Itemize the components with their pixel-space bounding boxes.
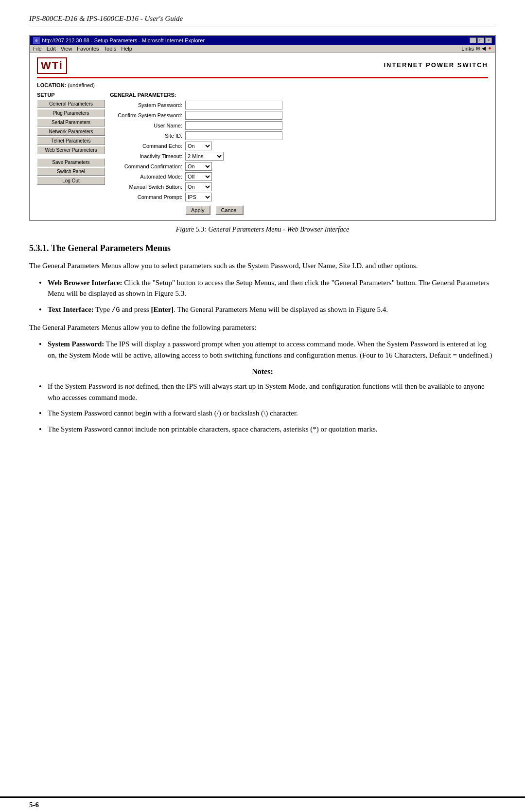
wti-header: WTi INTERNET POWER SWITCH bbox=[37, 57, 488, 78]
param-row-syspw: System Password: bbox=[110, 101, 488, 109]
browser-menu-items[interactable]: File Edit View Favorites Tools Help bbox=[33, 46, 132, 52]
sidebar-btn-network[interactable]: Network Parameters bbox=[37, 127, 105, 136]
note-3-text: The System Password cannot include non p… bbox=[48, 425, 378, 433]
define-text: The General Parameters Menus allow you t… bbox=[29, 322, 496, 333]
sidebar-btn-switch[interactable]: Switch Panel bbox=[37, 167, 105, 176]
sidebar-btn-plug[interactable]: Plug Parameters bbox=[37, 109, 105, 117]
section-heading: 5.3.1. The General Parameters Menus bbox=[29, 243, 496, 253]
page-header-text: IPS-800CE-D16 & IPS-1600CE-D16 - User's … bbox=[29, 15, 183, 22]
label-automode: Automated Mode: bbox=[110, 174, 185, 180]
label-username: User Name: bbox=[110, 123, 185, 128]
sidebar-btn-logout[interactable]: Log Out bbox=[37, 177, 105, 185]
input-syspw[interactable] bbox=[185, 101, 282, 109]
params-area: GENERAL PARAMETERS: System Password: Con… bbox=[110, 92, 488, 215]
list-item-syspw: System Password: The IPS will display a … bbox=[39, 339, 496, 361]
param-row-automode: Automated Mode: Off On bbox=[110, 172, 488, 181]
label-timeout: Inactivity Timeout: bbox=[110, 153, 185, 159]
browser-window: e http://207.212.30.88 - Setup Parameter… bbox=[29, 35, 496, 221]
select-automode[interactable]: Off On bbox=[185, 172, 212, 181]
define-text-syspw: The IPS will display a password prompt w… bbox=[48, 340, 492, 359]
note-item-2: The System Password cannot begin with a … bbox=[39, 408, 496, 419]
label-manualbtn: Manual Switch Button: bbox=[110, 184, 185, 190]
page-container: IPS-800CE-D16 & IPS-1600CE-D16 - User's … bbox=[0, 0, 525, 812]
nav-icon2: ✦ bbox=[488, 45, 492, 52]
browser-menubar: File Edit View Favorites Tools Help Link… bbox=[30, 45, 495, 53]
page-header: IPS-800CE-D16 & IPS-1600CE-D16 - User's … bbox=[29, 15, 496, 26]
cancel-button[interactable]: Cancel bbox=[215, 205, 244, 215]
location-label: LOCATION: bbox=[37, 82, 66, 88]
menu-view[interactable]: View bbox=[61, 46, 72, 52]
links-label: Links bbox=[461, 46, 474, 52]
form-buttons: Apply Cancel bbox=[110, 205, 488, 215]
wti-logo-text: WTi bbox=[41, 59, 63, 72]
sidebar: SETUP General Parameters Plug Parameters… bbox=[37, 92, 105, 215]
sidebar-btn-telnet[interactable]: Telnet Parameters bbox=[37, 137, 105, 145]
bullet-list-1: Web Browser Interface: Click the "Setup"… bbox=[29, 277, 496, 315]
sidebar-btn-serial[interactable]: Serial Parameters bbox=[37, 118, 105, 126]
input-username[interactable] bbox=[185, 121, 282, 130]
select-timeout[interactable]: 2 Mins 5 Mins 10 Mins No Timeout bbox=[185, 152, 224, 161]
param-row-cmdprompt: Command Prompt: IPS WTI bbox=[110, 193, 488, 201]
label-cmdecho: Command Echo: bbox=[110, 143, 185, 149]
section-number: 5.3.1. bbox=[29, 243, 49, 253]
nav-icon1: ◀ bbox=[482, 45, 486, 52]
browser-titlebar-controls[interactable]: _ □ × bbox=[470, 37, 492, 43]
select-cmdconfirm[interactable]: On Off bbox=[185, 162, 212, 171]
close-btn[interactable]: × bbox=[485, 37, 492, 43]
location-value: (undefined) bbox=[68, 82, 95, 88]
main-layout: SETUP General Parameters Plug Parameters… bbox=[37, 92, 488, 215]
param-row-timeout: Inactivity Timeout: 2 Mins 5 Mins 10 Min… bbox=[110, 152, 488, 161]
select-manualbtn[interactable]: On Off bbox=[185, 182, 212, 191]
ie-icon: e bbox=[33, 37, 40, 44]
section-title: The General Parameters Menus bbox=[51, 243, 171, 253]
browser-content: WTi INTERNET POWER SWITCH LOCATION: (und… bbox=[30, 53, 495, 220]
figure-caption: Figure 5.3: General Parameters Menu - We… bbox=[29, 226, 496, 234]
param-row-username: User Name: bbox=[110, 121, 488, 130]
location-line: LOCATION: (undefined) bbox=[37, 82, 488, 88]
intro-text: The General Parameters Menus allow you t… bbox=[29, 260, 496, 271]
apply-button[interactable]: Apply bbox=[185, 205, 210, 215]
sidebar-btn-save[interactable]: Save Parameters bbox=[37, 158, 105, 166]
note-2-text: The System Password cannot begin with a … bbox=[48, 409, 298, 417]
label-cmdconfirm: Command Confirmation: bbox=[110, 163, 185, 169]
param-row-siteid: Site ID: bbox=[110, 131, 488, 140]
params-title: GENERAL PARAMETERS: bbox=[110, 92, 488, 98]
wti-logo: WTi bbox=[37, 57, 67, 74]
bullet-list-define: System Password: The IPS will display a … bbox=[29, 339, 496, 361]
bullet-text-text: Type /G and press [Enter]. The General P… bbox=[95, 306, 388, 313]
menu-favorites[interactable]: Favorites bbox=[77, 46, 99, 52]
param-row-manualbtn: Manual Switch Button: On Off bbox=[110, 182, 488, 191]
links-icon: ⊞ bbox=[476, 46, 480, 51]
note-item-1: If the System Password is not defined, t… bbox=[39, 381, 496, 403]
param-row-cmdecho: Command Echo: On Off bbox=[110, 142, 488, 150]
maximize-btn[interactable]: □ bbox=[477, 37, 484, 43]
notes-heading: Notes: bbox=[29, 367, 496, 376]
param-row-confirmpw: Confirm System Password: bbox=[110, 111, 488, 120]
list-item-text: Text Interface: Type /G and press [Enter… bbox=[39, 304, 496, 315]
label-cmdprompt: Command Prompt: bbox=[110, 194, 185, 200]
wti-product-name: INTERNET POWER SWITCH bbox=[384, 61, 488, 69]
sidebar-btn-general[interactable]: General Parameters bbox=[37, 100, 105, 108]
browser-menubar-right: Links ⊞ ◀ ✦ bbox=[461, 45, 492, 52]
notes-list: If the System Password is not defined, t… bbox=[29, 381, 496, 434]
menu-help[interactable]: Help bbox=[121, 46, 132, 52]
label-syspw: System Password: bbox=[110, 102, 185, 108]
bullet-bold-text: Text Interface: bbox=[48, 306, 94, 313]
select-cmdecho[interactable]: On Off bbox=[185, 142, 212, 150]
sidebar-btn-webserver[interactable]: Web Server Parameters bbox=[37, 146, 105, 154]
label-siteid: Site ID: bbox=[110, 133, 185, 139]
note-1-before: If the System Password is bbox=[48, 382, 125, 390]
page-number: 5-6 bbox=[29, 801, 39, 809]
minimize-btn[interactable]: _ bbox=[470, 37, 476, 43]
bullet-bold-web: Web Browser Interface: bbox=[48, 279, 122, 287]
select-cmdprompt[interactable]: IPS WTI bbox=[185, 193, 212, 201]
note-item-3: The System Password cannot include non p… bbox=[39, 424, 496, 435]
menu-edit[interactable]: Edit bbox=[47, 46, 56, 52]
label-confirmpw: Confirm System Password: bbox=[110, 112, 185, 118]
input-confirmpw[interactable] bbox=[185, 111, 282, 120]
list-item-web: Web Browser Interface: Click the "Setup"… bbox=[39, 277, 496, 299]
note-1-italic: not bbox=[125, 382, 134, 390]
input-siteid[interactable] bbox=[185, 131, 282, 140]
menu-file[interactable]: File bbox=[33, 46, 42, 52]
menu-tools[interactable]: Tools bbox=[104, 46, 117, 52]
